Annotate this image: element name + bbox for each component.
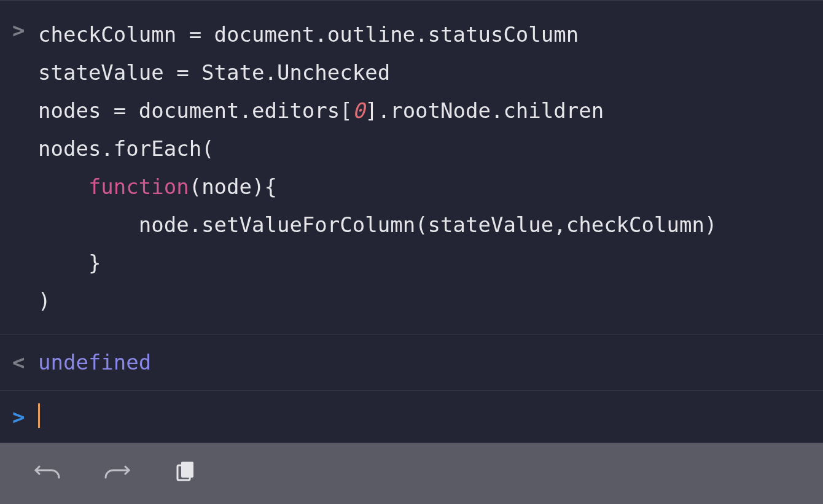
- code-line-3a: nodes = document.editors[: [38, 98, 353, 123]
- prompt-in-icon: >: [12, 15, 38, 45]
- code-number-literal: 0: [353, 98, 365, 123]
- console-code-block: checkColumn = document.outline.statusCol…: [38, 15, 811, 320]
- console-input-row[interactable]: >: [0, 391, 823, 443]
- indent: [38, 174, 88, 199]
- code-line-6: node.setValueForColumn(stateValue,checkC…: [139, 212, 717, 237]
- indent: [38, 212, 139, 237]
- prompt-active-icon: >: [12, 402, 38, 432]
- result-undefined: undefined: [38, 350, 151, 374]
- redo-button[interactable]: [99, 457, 134, 486]
- code-line-1: checkColumn = document.outline.statusCol…: [38, 22, 579, 47]
- prompt-out-icon: <: [12, 347, 38, 377]
- console: > checkColumn = document.outline.statusC…: [0, 0, 823, 504]
- undo-icon: [33, 458, 63, 485]
- console-result-value: undefined: [38, 347, 811, 377]
- console-input[interactable]: [38, 403, 811, 430]
- code-keyword-function: function: [88, 174, 189, 199]
- console-result-entry[interactable]: < undefined: [0, 335, 823, 391]
- indent: [38, 250, 88, 275]
- text-cursor: [38, 403, 40, 428]
- svg-rect-0: [181, 462, 193, 478]
- console-history-entry[interactable]: > checkColumn = document.outline.statusC…: [0, 1, 823, 335]
- copy-button[interactable]: [168, 457, 203, 486]
- code-line-3b: ].rootNode.children: [365, 98, 604, 123]
- toolbar: [0, 443, 823, 504]
- undo-button[interactable]: [31, 457, 65, 486]
- code-line-7: }: [88, 250, 101, 275]
- code-line-2: stateValue = State.Unchecked: [38, 60, 390, 85]
- copy-icon: [173, 458, 198, 485]
- code-line-4: nodes.forEach(: [38, 136, 214, 161]
- code-line-8: ): [38, 289, 50, 313]
- redo-icon: [102, 458, 131, 485]
- code-line-5b: (node){: [189, 174, 277, 199]
